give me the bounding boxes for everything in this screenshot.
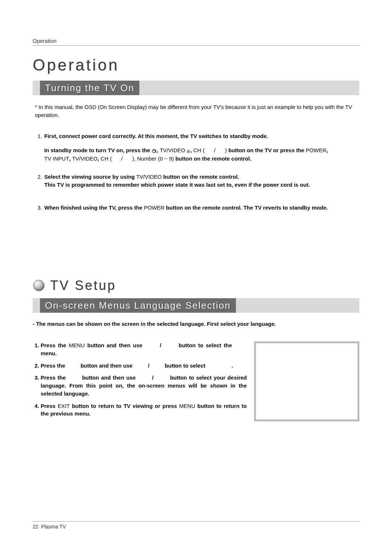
step-2-line-1: Select the viewing source by using TV/VI…: [44, 173, 359, 181]
section-band-turning-on: Turning the TV On: [33, 81, 359, 95]
svg-point-4: [188, 151, 189, 152]
language-note: - The menus can be shown on the screen i…: [33, 321, 359, 327]
lang-step-1: Press the MENU button and then use / but…: [41, 341, 247, 357]
section-title-language: On-screen Menus Language Selection: [40, 298, 236, 313]
step-1-line-3: TV INPUT, TV/VIDEO, CH ( / ), Number (0 …: [44, 155, 359, 163]
tv-setup-heading: TV Setup: [33, 278, 359, 293]
step-1-line-1: First, connect power cord correctly. At …: [44, 132, 359, 140]
section-band-language: On-screen Menus Language Selection: [33, 298, 359, 313]
page-number: 22: [33, 524, 38, 530]
setup-title: TV Setup: [50, 278, 116, 293]
dot-icon: [187, 147, 190, 155]
footer-label: Plasma TV: [41, 524, 66, 530]
osd-screenshot-placeholder: [254, 341, 359, 421]
main-title: Operation: [33, 56, 359, 74]
power-icon: [152, 147, 157, 155]
osd-note: * In this manual, the OSD (On Screen Dis…: [33, 103, 359, 119]
lang-step-2: Press the button and then use / button t…: [41, 362, 247, 370]
page-footer: 22 Plasma TV: [33, 521, 359, 530]
svg-point-5: [33, 280, 44, 291]
page-header: Operation: [33, 38, 359, 46]
sphere-bullet-icon: [33, 279, 45, 292]
step-2: Select the viewing source by using TV/VI…: [44, 173, 359, 189]
steps-list: First, connect power cord correctly. At …: [33, 132, 359, 212]
lang-step-4: Press EXIT button to return to TV viewin…: [41, 402, 247, 418]
section-title: Turning the TV On: [40, 81, 139, 95]
lang-step-3: Press the button and then use / button t…: [41, 374, 247, 397]
step-3: When finished using the TV, press the PO…: [44, 204, 359, 212]
step-1: First, connect power cord correctly. At …: [44, 132, 359, 163]
language-steps: Press the MENU button and then use / but…: [33, 341, 247, 422]
step-1-line-2: In standby mode to turn TV on, press the…: [44, 146, 359, 155]
step-2-line-2: This TV is programmed to remember which …: [44, 181, 359, 189]
